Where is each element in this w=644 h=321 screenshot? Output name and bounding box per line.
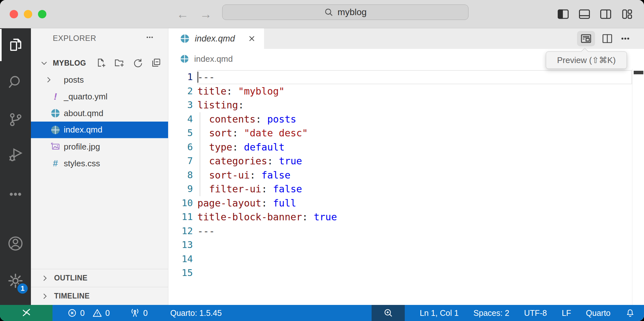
status-bar: 0 0 0 Quarto: 1.5.45 Ln 1, Col 1	[0, 305, 644, 321]
problems-button[interactable]: 0 0	[67, 308, 110, 318]
tree-item-styles-css[interactable]: # styles.css	[31, 155, 168, 172]
code-token: :	[267, 155, 279, 167]
outline-label: OUTLINE	[54, 274, 88, 282]
customize-layout-button[interactable]	[621, 9, 633, 20]
code-token: categories	[209, 155, 267, 167]
css-icon: #	[53, 158, 58, 169]
code-line[interactable]: 1---	[168, 70, 644, 84]
workspace-section-header[interactable]: MYBLOG	[31, 55, 168, 71]
outline-section-header[interactable]: OUTLINE	[31, 269, 168, 287]
tree-item-profile-jpg[interactable]: profile.jpg	[31, 138, 168, 155]
eol-button[interactable]: LF	[562, 308, 571, 318]
tab-label: index.qmd	[195, 34, 235, 44]
new-file-button[interactable]	[96, 58, 106, 68]
toggle-secondary-sidebar-button[interactable]	[600, 9, 612, 20]
split-editor-button[interactable]	[601, 33, 613, 44]
code-line[interactable]: 13	[168, 238, 644, 252]
zoom-tool-button[interactable]	[372, 305, 405, 321]
code-line[interactable]: 10page-layout: full	[168, 196, 644, 210]
close-window-button[interactable]	[10, 10, 18, 18]
code-line[interactable]: 3listing:	[168, 98, 644, 112]
file-name: _quarto.yml	[64, 92, 108, 102]
activity-run-debug-button[interactable]	[0, 138, 31, 171]
cursor-position-button[interactable]: Ln 1, Col 1	[420, 308, 459, 318]
settings-button[interactable]: 1	[0, 264, 31, 298]
toggle-primary-sidebar-button[interactable]	[557, 9, 569, 20]
code-token: sort	[209, 127, 232, 139]
encoding-button[interactable]: UTF-8	[524, 308, 547, 318]
overview-ruler[interactable]	[632, 69, 644, 305]
layout-grid-icon	[621, 9, 633, 20]
tree-item-about-qmd[interactable]: about.qmd	[31, 105, 168, 122]
code-token: :	[256, 114, 267, 125]
code-line[interactable]: 9 filter-ui: false	[168, 182, 644, 196]
indentation-button[interactable]: Spaces: 2	[473, 308, 509, 318]
tree-item-index-qmd[interactable]: index.qmd	[31, 122, 168, 138]
code-line[interactable]: 12---	[168, 224, 644, 238]
tab-index-qmd[interactable]: index.qmd	[168, 28, 264, 49]
zoom-window-button[interactable]	[38, 10, 46, 18]
line-number: 5	[168, 126, 197, 140]
activity-explorer-button[interactable]	[0, 28, 31, 62]
preview-button[interactable]	[577, 31, 595, 46]
code-token	[197, 170, 209, 181]
line-number: 12	[168, 224, 197, 238]
file-name: index.qmd	[64, 125, 102, 135]
explorer-more-actions-button[interactable]	[144, 32, 155, 45]
chevron-down-icon	[40, 59, 48, 67]
line-number: 1	[168, 70, 197, 84]
new-folder-button[interactable]	[114, 58, 125, 68]
tree-item-quarto-yml[interactable]: ! _quarto.yml	[31, 88, 168, 105]
code-line[interactable]: 5 sort: "date desc"	[168, 126, 644, 140]
code-token: sort-ui	[209, 170, 250, 181]
line-number: 14	[168, 252, 197, 266]
code-line[interactable]: 15	[168, 266, 644, 280]
code-line[interactable]: 2title: "myblog"	[168, 84, 644, 98]
code-line[interactable]: 14	[168, 252, 644, 266]
accounts-button[interactable]	[0, 227, 31, 260]
remote-indicator-button[interactable]	[0, 305, 52, 321]
activity-search-button[interactable]	[0, 66, 31, 99]
toggle-panel-button[interactable]	[578, 9, 591, 20]
collapse-folders-button[interactable]	[151, 58, 161, 68]
code-token: true	[314, 211, 337, 223]
sidebar-title: EXPLORER	[53, 34, 96, 43]
warning-icon	[92, 308, 102, 318]
code-editor[interactable]: 1---2title: "myblog"3listing:4 contents:…	[168, 69, 644, 305]
activity-more-views-button[interactable]	[0, 178, 31, 211]
line-number: 10	[168, 196, 197, 210]
code-token: :	[261, 197, 273, 209]
code-token: filter-ui	[209, 183, 261, 195]
refresh-explorer-button[interactable]	[133, 58, 143, 68]
code-line[interactable]: 8 sort-ui: false	[168, 168, 644, 182]
timeline-section-header[interactable]: TIMELINE	[31, 287, 168, 305]
code-line[interactable]: 7 categories: true	[168, 154, 644, 168]
forward-button[interactable]: →	[200, 7, 212, 21]
language-mode-button[interactable]: Quarto	[586, 308, 611, 318]
tab-bar: index.qmd	[168, 28, 644, 49]
code-token: :	[232, 127, 244, 139]
activity-source-control-button[interactable]	[0, 103, 31, 136]
zoom-in-icon	[383, 308, 393, 318]
code-line[interactable]: 6 type: default	[168, 140, 644, 154]
back-button[interactable]: ←	[176, 7, 189, 21]
code-line[interactable]: 11title-block-banner: true	[168, 210, 644, 224]
active-view-indicator	[0, 29, 2, 61]
minimize-window-button[interactable]	[24, 10, 32, 18]
quarto-version-button[interactable]: Quarto: 1.5.45	[170, 308, 222, 318]
code-token: false	[261, 170, 290, 181]
broadcast-button[interactable]: 0	[130, 308, 148, 318]
account-icon	[6, 234, 24, 252]
indent-guide	[200, 126, 200, 140]
code-token: page-layout	[197, 197, 261, 209]
code-token: type	[209, 142, 232, 153]
files-icon	[7, 37, 24, 53]
close-tab-button[interactable]	[247, 34, 256, 43]
command-center-search[interactable]: myblog	[222, 5, 469, 20]
code-token	[197, 183, 209, 195]
editor-more-actions-button[interactable]	[620, 33, 631, 44]
bell-icon[interactable]	[625, 308, 635, 318]
text-cursor	[197, 72, 198, 83]
tree-item-posts[interactable]: posts	[31, 71, 168, 88]
code-line[interactable]: 4 contents: posts	[168, 112, 644, 126]
